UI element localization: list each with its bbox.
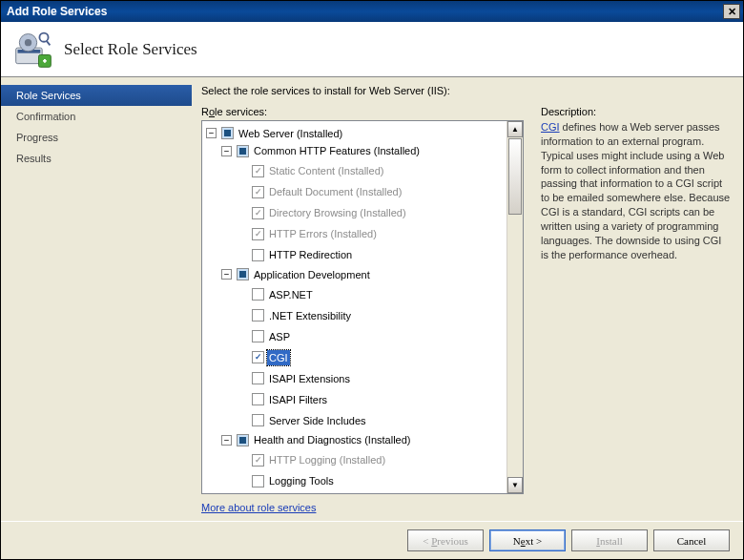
tree-node-label[interactable]: ASP <box>267 329 292 344</box>
page-title: Select Role Services <box>64 40 197 59</box>
checkbox[interactable] <box>252 454 264 467</box>
wizard-header: Select Role Services <box>1 22 743 77</box>
tree-node-label[interactable]: Common HTTP Features (Installed) <box>252 143 422 158</box>
tree-node-label[interactable]: HTTP Logging (Installed) <box>267 452 387 467</box>
checkbox[interactable] <box>252 351 264 363</box>
cgi-link[interactable]: CGI <box>541 121 560 133</box>
checkbox[interactable] <box>252 228 264 240</box>
svg-point-5 <box>39 32 48 41</box>
description-header: Description: <box>541 106 732 117</box>
sidebar-item-role-services[interactable]: Role Services <box>1 85 192 106</box>
svg-point-3 <box>25 39 31 46</box>
expander-icon[interactable]: − <box>221 269 232 280</box>
titlebar: Add Role Services ✕ <box>1 1 743 22</box>
instruction-text: Select the role services to install for … <box>201 85 732 96</box>
tree-node-label[interactable]: Default Document (Installed) <box>267 184 403 199</box>
expander-icon[interactable]: − <box>221 435 232 446</box>
wizard-body: Role Services Confirmation Progress Resu… <box>1 77 743 521</box>
sidebar-item-progress[interactable]: Progress <box>1 127 192 148</box>
checkbox[interactable] <box>252 249 264 261</box>
expander-icon[interactable]: − <box>206 128 217 138</box>
tree-node-label[interactable]: Application Development <box>252 267 372 282</box>
checkbox[interactable] <box>252 165 264 177</box>
checkbox[interactable] <box>237 145 249 157</box>
checkbox[interactable] <box>252 393 264 405</box>
checkbox[interactable] <box>252 186 264 198</box>
scrollbar[interactable]: ▲ ▼ <box>506 121 523 493</box>
button-bar: < Previous Next > Install Cancel <box>1 521 743 559</box>
tree-node-label[interactable]: Web Server (Installed) <box>237 126 344 141</box>
sidebar: Role Services Confirmation Progress Resu… <box>1 77 192 521</box>
tree-node-label[interactable]: HTTP Redirection <box>267 247 354 262</box>
window-title: Add Role Services <box>7 5 723 18</box>
tree-node-label[interactable]: ISAPI Extensions <box>267 371 352 386</box>
svg-line-6 <box>47 40 51 45</box>
tree-node-label[interactable]: Health and Diagnostics (Installed) <box>252 432 412 447</box>
sidebar-item-results[interactable]: Results <box>1 148 192 169</box>
checkbox[interactable] <box>252 372 264 384</box>
description-text: CGI defines how a Web server passes info… <box>541 120 732 261</box>
previous-button: < Previous <box>407 529 484 551</box>
role-services-icon <box>12 29 54 71</box>
main-panel: Select the role services to install for … <box>192 77 743 521</box>
tree-node-label[interactable]: ASP.NET <box>267 287 315 302</box>
close-button[interactable]: ✕ <box>723 4 740 19</box>
tree-node-label[interactable]: Static Content (Installed) <box>267 163 385 178</box>
role-services-label: Role services: <box>201 106 524 117</box>
tree-node-label[interactable]: .NET Extensibility <box>267 308 353 323</box>
sidebar-item-confirmation[interactable]: Confirmation <box>1 106 192 127</box>
install-button: Install <box>571 529 648 551</box>
expander-icon[interactable]: − <box>221 146 232 156</box>
scroll-track[interactable] <box>507 216 523 477</box>
checkbox[interactable] <box>252 330 264 342</box>
checkbox[interactable] <box>252 475 264 487</box>
checkbox[interactable] <box>237 434 249 446</box>
scroll-down-icon[interactable]: ▼ <box>507 477 523 493</box>
more-about-link[interactable]: More about role services <box>201 502 524 513</box>
tree-node-label[interactable]: Directory Browsing (Installed) <box>267 205 408 220</box>
role-services-tree[interactable]: −Web Server (Installed) −Common HTTP Fea… <box>201 120 524 494</box>
checkbox[interactable] <box>237 268 249 280</box>
checkbox[interactable] <box>221 127 234 139</box>
scroll-up-icon[interactable]: ▲ <box>507 121 523 137</box>
checkbox[interactable] <box>252 309 264 321</box>
tree-node-cgi[interactable]: CGI <box>267 350 290 365</box>
tree-node-label[interactable]: Logging Tools <box>267 473 336 488</box>
scroll-thumb[interactable] <box>508 138 522 215</box>
tree-node-label[interactable]: HTTP Errors (Installed) <box>267 226 379 241</box>
cancel-button[interactable]: Cancel <box>653 529 730 551</box>
checkbox[interactable] <box>252 288 264 301</box>
tree-node-label[interactable]: ISAPI Filters <box>267 392 329 407</box>
tree-node-label[interactable]: Server Side Includes <box>267 413 368 428</box>
checkbox[interactable] <box>252 207 264 219</box>
checkbox[interactable] <box>252 414 264 426</box>
next-button[interactable]: Next > <box>489 529 566 551</box>
description-panel: Description: CGI defines how a Web serve… <box>541 106 732 513</box>
